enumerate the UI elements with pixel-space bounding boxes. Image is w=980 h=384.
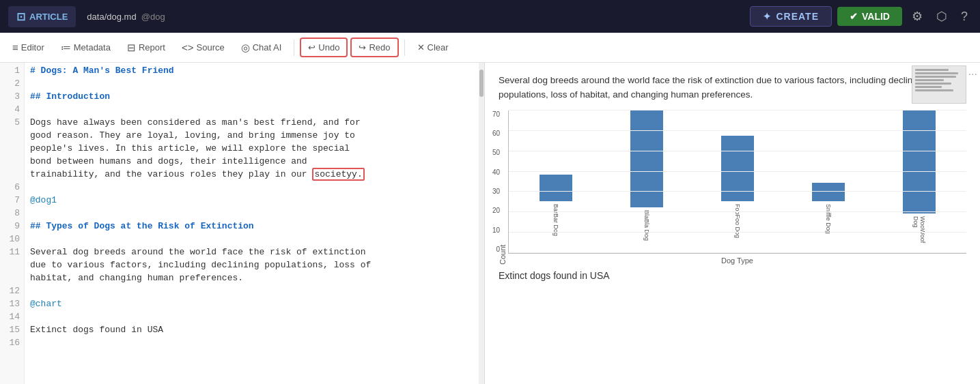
- bar-barbar-rect: [540, 175, 572, 201]
- bar-woowoof: WooWoof Dog: [878, 110, 961, 253]
- highlighted-word: societyy.: [312, 168, 364, 181]
- chat-icon: ◎: [241, 42, 250, 54]
- bar-blabla-rect: [630, 110, 663, 207]
- line-numbers: 1 2 3 4 5 6 7 8 9 10 11 12 13 14 15 16: [0, 63, 25, 384]
- article-icon: ⊡: [16, 10, 25, 23]
- bar-barbar: BarBar Dog: [514, 110, 597, 253]
- report-tab[interactable]: ⊟ Report: [120, 38, 172, 57]
- report-icon: ⊟: [127, 42, 136, 54]
- chart-bars: 706050403020100 BarBar Dog BlaBla Dog: [508, 110, 966, 254]
- bar-foofoo-rect: [721, 136, 754, 201]
- bar-sniffle-label: Sniffle Dog: [825, 204, 832, 253]
- code-line: people's lives. In this article, we will…: [30, 142, 473, 155]
- code-line: # Dogs: A Man's Best Friend: [30, 64, 473, 77]
- code-line: bond between humans and dogs, their inte…: [30, 155, 473, 168]
- code-line: trainability, and the various roles they…: [30, 168, 473, 181]
- code-line: habitat, and changing human preferences.: [30, 271, 473, 284]
- github-icon[interactable]: ⬡: [932, 9, 951, 24]
- x-axis-label: Dog Type: [508, 256, 966, 265]
- code-line: [30, 284, 473, 297]
- article-tab[interactable]: ⊡ ARTICLE: [8, 6, 76, 27]
- editor-scrollbar[interactable]: [479, 63, 484, 384]
- file-path: data/dog.md @dog: [81, 12, 170, 22]
- code-line: @dog1: [30, 194, 473, 207]
- code-line: [30, 336, 473, 349]
- preview-thumbnail: [912, 65, 966, 104]
- article-tab-label: ARTICLE: [29, 12, 68, 22]
- bar-woowoof-label: WooWoof Dog: [912, 216, 926, 253]
- bar-woowoof-rect: [903, 110, 936, 213]
- extinct-label: Extinct dogs found in USA: [499, 270, 966, 281]
- bar-blabla-label: BlaBla Dog: [643, 210, 650, 253]
- code-line: [30, 181, 473, 194]
- redo-icon: ↪: [359, 42, 366, 53]
- code-line: Extinct dogs found in USA: [30, 323, 473, 336]
- code-line: good reason. They are loyal, loving, and…: [30, 129, 473, 142]
- bar-blabla: BlaBla Dog: [605, 110, 688, 253]
- code-line: due to various factors, including declin…: [30, 259, 473, 271]
- preview-pane: ··· Several dog breeds around the world …: [485, 63, 980, 384]
- code-line: @chart: [30, 297, 473, 310]
- create-icon: ✦: [763, 11, 772, 22]
- main-content: 1 2 3 4 5 6 7 8 9 10 11 12 13 14 15 16 #…: [0, 63, 980, 384]
- code-line: [30, 103, 473, 116]
- more-options-icon[interactable]: ···: [968, 68, 977, 80]
- code-line: ## Types of Dogs at the Risk of Extincti…: [30, 220, 473, 233]
- redo-button[interactable]: ↪ Redo: [350, 38, 398, 57]
- toolbar: ≡ Editor ≔ Metadata ⊟ Report <> Source ◎…: [0, 33, 980, 63]
- undo-button[interactable]: ↩ Undo: [300, 38, 348, 57]
- editor-pane: 1 2 3 4 5 6 7 8 9 10 11 12 13 14 15 16 #…: [0, 63, 485, 384]
- top-bar: ⊡ ARTICLE data/dog.md @dog ✦ CREATE ✔ VA…: [0, 0, 980, 33]
- editor-icon: ≡: [12, 42, 18, 53]
- bar-barbar-label: BarBar Dog: [552, 204, 559, 253]
- create-button[interactable]: ✦ CREATE: [750, 6, 832, 27]
- code-line: [30, 310, 473, 323]
- clear-button[interactable]: ✕ Clear: [410, 39, 456, 56]
- bar-foofoo-label: FooFoo Dog: [734, 204, 741, 253]
- chart-container: Count: [499, 110, 966, 265]
- code-line: [30, 77, 473, 90]
- bar-sniffle-rect: [812, 183, 845, 201]
- code-editor[interactable]: # Dogs: A Man's Best Friend ## Introduct…: [25, 63, 479, 384]
- separator-2: [404, 40, 405, 56]
- code-line: [30, 233, 473, 246]
- valid-button[interactable]: ✔ VALID: [837, 7, 902, 26]
- bar-sniffle: Sniffle Dog: [787, 110, 870, 253]
- metadata-icon: ≔: [61, 42, 71, 54]
- valid-check-icon: ✔: [850, 11, 858, 22]
- code-line: Dogs have always been considered as man'…: [30, 116, 473, 129]
- metadata-tab[interactable]: ≔ Metadata: [54, 38, 117, 57]
- code-line: ## Introduction: [30, 90, 473, 103]
- help-icon[interactable]: ?: [957, 10, 972, 24]
- clear-icon: ✕: [417, 42, 425, 53]
- scrollbar-thumb[interactable]: [479, 70, 484, 97]
- bar-groups: BarBar Dog BlaBla Dog FooFoo Dog: [509, 110, 966, 253]
- editor-tab[interactable]: ≡ Editor: [5, 38, 51, 57]
- chat-ai-tab[interactable]: ◎ Chat AI: [234, 38, 289, 57]
- code-line: Several dog breeds around the world face…: [30, 246, 473, 259]
- preview-description: Several dog breeds around the world face…: [499, 74, 966, 102]
- bar-foofoo: FooFoo Dog: [696, 110, 779, 253]
- source-icon: <>: [182, 42, 194, 53]
- separator: [294, 40, 294, 56]
- source-tab[interactable]: <> Source: [175, 38, 232, 57]
- undo-icon: ↩: [308, 42, 316, 53]
- y-tick-labels: 706050403020100: [491, 110, 501, 253]
- settings-icon[interactable]: ⚙: [908, 9, 927, 24]
- code-line: [30, 207, 473, 220]
